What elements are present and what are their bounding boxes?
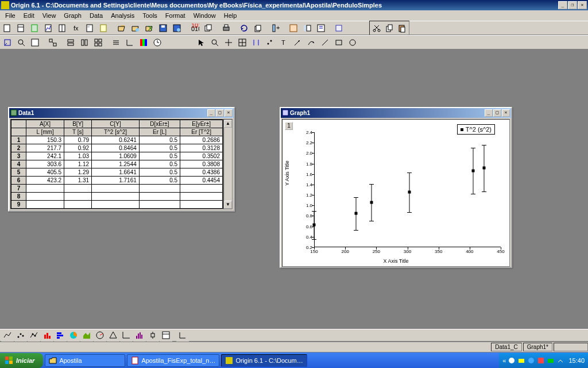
col-header-a[interactable]: A[X]: [26, 120, 64, 128]
cell[interactable]: 303.6: [26, 160, 64, 168]
new-function-icon[interactable]: fx: [70, 22, 83, 34]
curved-arrow-icon[interactable]: [305, 36, 318, 48]
menu-view[interactable]: View: [38, 12, 60, 20]
cell[interactable]: 0.79: [64, 136, 92, 144]
data-reader-icon[interactable]: [236, 36, 249, 48]
new-notes-icon[interactable]: [98, 22, 110, 34]
scroll-down-icon[interactable]: ▼: [224, 201, 232, 209]
data-min-button[interactable]: _: [207, 109, 215, 117]
template-plot-icon[interactable]: [160, 329, 172, 342]
import-multi-icon[interactable]: [202, 22, 215, 34]
col-sub-a[interactable]: L [mm]: [26, 128, 64, 136]
col-sub-d[interactable]: Er [L]: [139, 128, 180, 136]
cell[interactable]: 0.2686: [180, 136, 223, 144]
row-header[interactable]: 3: [11, 152, 26, 160]
print-icon[interactable]: [220, 22, 233, 34]
merge-icon[interactable]: [47, 36, 59, 48]
code-builder-icon[interactable]: [315, 22, 327, 34]
extract-layers-icon[interactable]: [29, 36, 41, 48]
new-graph-icon[interactable]: [42, 22, 55, 34]
arrange-3-icon[interactable]: [92, 36, 105, 48]
menu-data[interactable]: Data: [86, 12, 107, 20]
system-tray[interactable]: « 15:40: [499, 353, 588, 368]
tray-icon-2[interactable]: [517, 356, 525, 365]
x-axis-title[interactable]: X Axis Title: [383, 258, 408, 264]
new-matrix-icon[interactable]: [56, 22, 69, 34]
cell[interactable]: 0.3808: [180, 160, 223, 168]
save-project-icon[interactable]: [157, 22, 169, 34]
cell[interactable]: 0.3128: [180, 144, 223, 152]
data-point[interactable]: [471, 169, 474, 172]
cell[interactable]: 0.5: [139, 136, 180, 144]
tray-chevron[interactable]: «: [502, 357, 506, 364]
cell[interactable]: 423.2: [26, 177, 64, 185]
cell[interactable]: 0.5: [139, 168, 180, 177]
col-sub-b[interactable]: T [s]: [64, 128, 92, 136]
arrange-2-icon[interactable]: [78, 36, 91, 48]
line-tool-icon[interactable]: [319, 36, 331, 48]
cell[interactable]: 1.12: [64, 160, 92, 168]
rect-tool-icon[interactable]: [332, 36, 345, 48]
cell[interactable]: 242.1: [26, 152, 64, 160]
data-point[interactable]: [313, 224, 316, 227]
cell[interactable]: 1.7161: [92, 177, 140, 185]
plot-area[interactable]: 0.20.40.60.81.01.21.41.61.82.02.22.41502…: [314, 132, 501, 247]
row-header[interactable]: 4: [11, 160, 26, 168]
row-header[interactable]: 8: [11, 193, 26, 201]
col-header-c[interactable]: C[Y]: [92, 120, 140, 128]
graph-area[interactable]: 1 T^2 (s^2) Y Axis Title X Axis Title 0.…: [282, 119, 510, 267]
worksheet-scrollbar[interactable]: ▲ ▼: [223, 119, 233, 209]
menu-analysis[interactable]: Analysis: [107, 12, 138, 20]
open-icon[interactable]: [115, 22, 128, 34]
project-explorer-icon[interactable]: [301, 22, 314, 34]
menu-tools[interactable]: Tools: [138, 12, 161, 20]
data-point[interactable]: [355, 212, 358, 215]
cell[interactable]: 0.6241: [92, 136, 140, 144]
new-column-icon[interactable]: +: [269, 22, 282, 34]
clock[interactable]: 15:40: [568, 357, 585, 364]
cell[interactable]: 1.31: [64, 177, 92, 185]
graph-window-title-bar[interactable]: Graph1 _ □ ✕: [281, 108, 511, 118]
row-header[interactable]: 2: [11, 144, 26, 152]
data-point[interactable]: [408, 191, 411, 194]
arrow-tool-icon[interactable]: [291, 36, 304, 48]
arrange-1-icon[interactable]: [64, 36, 77, 48]
taskbar-item-3[interactable]: Origin 6.1 - C:\Docum…: [221, 354, 307, 367]
legend-icon[interactable]: [110, 36, 122, 48]
date-time-icon[interactable]: [151, 36, 164, 48]
cell[interactable]: 1.03: [64, 152, 92, 160]
graph-max-button[interactable]: □: [493, 109, 501, 117]
tray-icon-5[interactable]: [547, 356, 555, 365]
col-header-e[interactable]: E[yEr±]: [180, 120, 223, 128]
area-plot-icon[interactable]: [80, 329, 93, 342]
rescale-icon[interactable]: [1, 36, 14, 48]
cell[interactable]: 0.4386: [180, 168, 223, 177]
data-selector-icon[interactable]: [250, 36, 262, 48]
line-plot-icon[interactable]: [1, 329, 14, 342]
new-layout-icon[interactable]: [84, 22, 96, 34]
polar-plot-icon[interactable]: [94, 329, 106, 342]
cut-icon[interactable]: [370, 22, 383, 34]
cell[interactable]: 0.92: [64, 144, 92, 152]
zoom-tool-icon[interactable]: [208, 36, 221, 48]
row-header[interactable]: 6: [11, 177, 26, 185]
col-sub-e[interactable]: Er [T^2]: [180, 128, 223, 136]
save-template-icon[interactable]: [171, 22, 183, 34]
scatter-plot-icon[interactable]: [14, 329, 27, 342]
menu-graph[interactable]: Graph: [60, 12, 86, 20]
maximize-button[interactable]: ❐: [568, 1, 577, 9]
xy-scale-icon[interactable]: [123, 36, 136, 48]
data-window-title-bar[interactable]: Data1 _ □ ✕: [9, 108, 234, 118]
cell[interactable]: 0.5: [139, 177, 180, 185]
cell[interactable]: 1.29: [64, 168, 92, 177]
open-excel-icon[interactable]: X: [143, 22, 156, 34]
text-tool-icon[interactable]: T: [277, 36, 290, 48]
cell[interactable]: 0.4454: [180, 177, 223, 185]
cell[interactable]: 1.6641: [92, 168, 140, 177]
tray-icon-6[interactable]: [556, 356, 564, 365]
hist-plot-icon[interactable]: [133, 329, 146, 342]
line-scatter-icon[interactable]: [28, 329, 40, 342]
layer-button[interactable]: 1: [285, 122, 293, 130]
cell[interactable]: 1.2544: [92, 160, 140, 168]
minimize-button[interactable]: _: [558, 1, 567, 9]
